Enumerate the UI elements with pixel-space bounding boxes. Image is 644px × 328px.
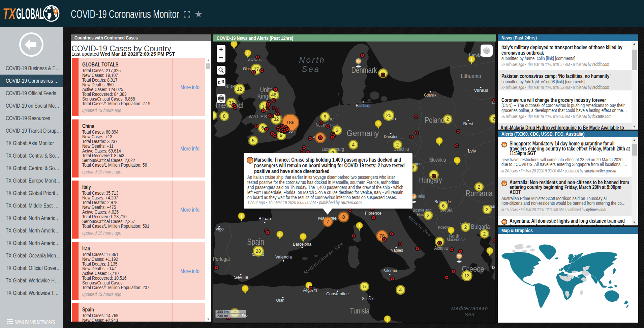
svg-text:!: ! <box>471 57 472 62</box>
svg-text:Poland: Poland <box>425 115 444 125</box>
svg-text:Tunisia: Tunisia <box>350 307 370 315</box>
svg-text:12: 12 <box>237 86 242 92</box>
svg-text:Constantine: Constantine <box>326 291 349 296</box>
svg-text:Gdansk: Gdansk <box>424 92 436 98</box>
svg-text:Lviv: Lviv <box>468 148 476 154</box>
svg-text:TX: TX <box>502 143 506 146</box>
svg-text:2: 2 <box>493 116 495 121</box>
svg-text:Vilnius: Vilnius <box>474 88 488 93</box>
svg-text:Sea: Sea <box>302 64 320 74</box>
svg-text:9: 9 <box>280 133 283 138</box>
svg-text:Barcelona: Barcelona <box>293 242 311 247</box>
svg-text:Bulgaria: Bulgaria <box>471 223 490 230</box>
svg-text:2: 2 <box>427 213 430 218</box>
svg-text:28: 28 <box>256 248 261 254</box>
svg-text:Naples: Naples <box>391 248 403 253</box>
svg-text:Bilbao: Bilbao <box>258 216 271 221</box>
svg-text:13: 13 <box>464 273 470 278</box>
svg-text:32: 32 <box>274 116 279 122</box>
svg-text:!: ! <box>359 223 360 228</box>
svg-text:2: 2 <box>464 224 467 230</box>
svg-text:TX: TX <box>502 182 506 185</box>
svg-text:Slovakia: Slovakia <box>429 157 446 163</box>
svg-text:25: 25 <box>386 113 392 118</box>
svg-text:2: 2 <box>447 116 449 122</box>
svg-text:Lithuania: Lithuania <box>461 73 481 79</box>
svg-text:5: 5 <box>252 138 255 143</box>
svg-text:Palermo: Palermo <box>382 268 397 273</box>
svg-text:186: 186 <box>286 120 294 125</box>
svg-text:!: ! <box>387 317 388 322</box>
svg-text:Florence: Florence <box>365 211 381 216</box>
svg-text:N. IR: N. IR <box>225 84 235 88</box>
svg-text:TX: TX <box>248 158 252 162</box>
svg-text:SCOT.: SCOT. <box>247 57 263 62</box>
svg-text:!: ! <box>247 51 248 56</box>
svg-text:TX: TX <box>502 221 506 224</box>
svg-text:Seville: Seville <box>234 275 248 280</box>
svg-text:TX: TX <box>457 255 461 258</box>
svg-text:Mediterranean: Mediterranean <box>451 305 488 311</box>
svg-text:9: 9 <box>324 114 327 119</box>
svg-text:Izm: Izm <box>492 265 496 270</box>
svg-text:2: 2 <box>396 142 399 147</box>
svg-text:TX: TX <box>357 60 361 63</box>
svg-text:!: ! <box>302 234 304 239</box>
svg-text:!: ! <box>279 232 280 237</box>
svg-text:!: ! <box>489 248 490 253</box>
svg-text:!: ! <box>450 228 452 233</box>
svg-text:7: 7 <box>326 219 329 224</box>
svg-text:4: 4 <box>399 287 402 293</box>
svg-text:4: 4 <box>352 142 355 147</box>
svg-text:Hamburg: Hamburg <box>356 103 370 108</box>
svg-text:Sea: Sea <box>465 311 475 317</box>
svg-text:!: ! <box>438 138 440 143</box>
svg-text:Brest: Brest <box>463 121 473 126</box>
svg-text:6: 6 <box>262 125 264 131</box>
svg-text:Valencia: Valencia <box>275 254 292 259</box>
svg-text:Germany: Germany <box>347 129 379 138</box>
svg-text:!: ! <box>377 121 379 126</box>
svg-text:WALES: WALES <box>249 114 268 119</box>
svg-text:5: 5 <box>363 284 366 289</box>
svg-text:3: 3 <box>336 128 339 133</box>
svg-text:2: 2 <box>486 207 489 212</box>
svg-text:Oran: Oran <box>276 298 284 303</box>
svg-text:48: 48 <box>271 92 277 98</box>
svg-text:Macedonia: Macedonia <box>447 237 466 242</box>
svg-text:8: 8 <box>342 214 345 220</box>
svg-text:2: 2 <box>483 231 486 237</box>
svg-text:Denmark: Denmark <box>351 66 377 75</box>
svg-text:!: ! <box>456 158 458 163</box>
svg-text:8: 8 <box>223 113 226 119</box>
svg-text:Portugal: Portugal <box>213 256 230 262</box>
svg-text:Dresden: Dresden <box>384 134 398 139</box>
svg-text:Vigo: Vigo <box>216 226 224 231</box>
svg-text:!: ! <box>244 286 246 291</box>
svg-text:North: North <box>299 55 326 64</box>
svg-text:2: 2 <box>478 184 481 190</box>
svg-text:Sousse: Sousse <box>362 296 374 301</box>
svg-text:!: ! <box>241 214 242 219</box>
svg-text:!: ! <box>233 42 235 47</box>
svg-text:6: 6 <box>442 203 445 209</box>
svg-text:Spain: Spain <box>247 237 264 247</box>
